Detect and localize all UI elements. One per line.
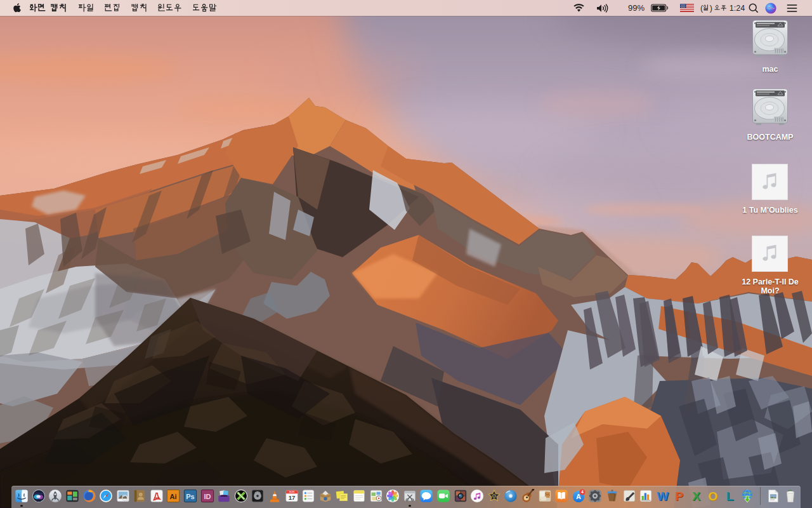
svg-text:4: 4	[581, 490, 584, 494]
svg-text:O: O	[709, 489, 718, 502]
svg-text:L: L	[726, 489, 734, 502]
svg-text:SUN: SUN	[289, 490, 294, 493]
svg-text:Ai: Ai	[170, 492, 177, 500]
svg-text:P: P	[676, 489, 684, 502]
svg-text:X: X	[692, 489, 700, 502]
svg-text:17: 17	[288, 494, 295, 501]
svg-text:W: W	[657, 489, 669, 502]
svg-text:ID: ID	[204, 492, 211, 500]
svg-text:Ps: Ps	[186, 492, 194, 500]
